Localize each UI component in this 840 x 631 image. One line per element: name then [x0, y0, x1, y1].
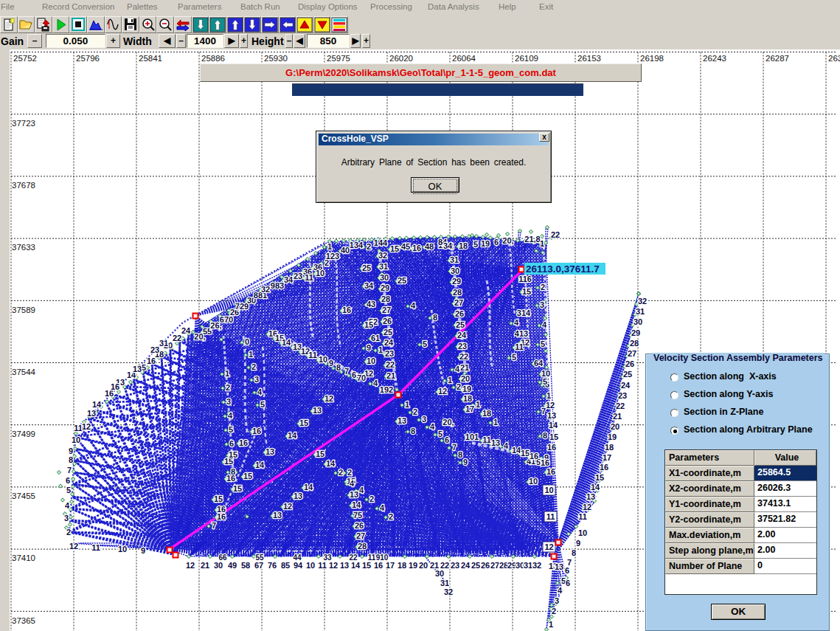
svg-text:28: 28 [453, 288, 462, 297]
svg-text:16: 16 [239, 438, 248, 447]
svg-text:2: 2 [457, 382, 461, 391]
svg-text:16: 16 [226, 474, 235, 483]
svg-text:26: 26 [455, 309, 464, 318]
svg-text:3: 3 [226, 397, 231, 406]
svg-text:23: 23 [150, 345, 159, 354]
svg-text:14: 14 [304, 483, 313, 492]
svg-text:16: 16 [412, 244, 421, 252]
svg-text:58: 58 [241, 561, 250, 570]
svg-text:15: 15 [299, 418, 308, 427]
svg-text:25886: 25886 [201, 54, 225, 63]
svg-text:14: 14 [352, 500, 361, 509]
svg-text:4: 4 [514, 318, 519, 327]
svg-text:12: 12 [544, 542, 553, 551]
svg-text:19: 19 [462, 385, 471, 393]
svg-text:32: 32 [532, 561, 541, 570]
svg-text:8: 8 [572, 548, 576, 557]
svg-text:11: 11 [308, 351, 317, 359]
svg-text:6: 6 [352, 370, 356, 379]
svg-text:3: 3 [422, 415, 426, 424]
svg-text:19: 19 [409, 561, 417, 570]
svg-text:14: 14 [282, 338, 291, 347]
svg-text:263: 263 [828, 54, 840, 63]
svg-text:64: 64 [534, 359, 544, 368]
svg-text:25: 25 [383, 328, 392, 337]
svg-text:5: 5 [229, 425, 233, 434]
svg-text:28: 28 [358, 542, 367, 551]
svg-text:23: 23 [385, 349, 394, 358]
svg-text:7: 7 [67, 466, 72, 475]
svg-text:44: 44 [293, 554, 302, 562]
svg-text:983: 983 [271, 281, 284, 290]
svg-text:12: 12 [324, 394, 333, 403]
svg-text:26: 26 [481, 561, 490, 570]
svg-text:4: 4 [504, 441, 509, 450]
svg-text:19: 19 [481, 239, 490, 248]
svg-text:94: 94 [294, 561, 303, 570]
svg-text:13: 13 [273, 511, 282, 520]
svg-text:27: 27 [454, 298, 463, 307]
svg-text:26153: 26153 [577, 54, 601, 63]
svg-text:55: 55 [255, 554, 264, 562]
svg-text:19: 19 [608, 432, 617, 441]
svg-text:2: 2 [413, 407, 417, 416]
svg-text:16: 16 [547, 443, 556, 452]
svg-text:22: 22 [459, 352, 468, 361]
svg-text:192: 192 [380, 385, 393, 394]
svg-text:37633: 37633 [12, 243, 35, 252]
svg-text:75: 75 [353, 511, 362, 520]
svg-text:31: 31 [440, 579, 449, 587]
svg-text:13: 13 [87, 409, 96, 418]
svg-text:27: 27 [382, 306, 391, 314]
svg-text:15: 15 [522, 287, 531, 296]
svg-text:27: 27 [490, 561, 499, 570]
svg-text:4: 4 [411, 301, 416, 310]
svg-text:2: 2 [552, 607, 556, 616]
svg-text:1: 1 [378, 345, 383, 354]
svg-text:61: 61 [371, 334, 380, 342]
svg-text:20,: 20, [502, 236, 513, 245]
svg-text:15: 15 [214, 494, 223, 503]
svg-text:8: 8 [336, 363, 341, 372]
svg-text:10: 10 [72, 435, 80, 444]
svg-text:23: 23 [458, 342, 467, 351]
svg-text:25: 25 [456, 320, 465, 329]
svg-text:18: 18 [482, 409, 491, 418]
svg-text:28: 28 [630, 339, 639, 348]
svg-text:49: 49 [228, 561, 237, 570]
svg-text:2: 2 [347, 468, 352, 477]
svg-text:17: 17 [465, 404, 474, 413]
svg-text:8: 8 [411, 427, 415, 435]
svg-text:26109: 26109 [515, 54, 538, 63]
svg-text:13: 13 [398, 416, 406, 425]
svg-text:26020: 26020 [389, 54, 413, 63]
svg-text:8: 8 [458, 450, 462, 459]
svg-text:14: 14 [326, 459, 336, 468]
svg-text:13: 13 [340, 561, 349, 570]
svg-text:11: 11 [91, 543, 100, 552]
svg-text:34: 34 [443, 241, 453, 250]
svg-text:31: 31 [159, 339, 168, 348]
svg-text:910: 910 [376, 554, 389, 562]
svg-text:116: 116 [518, 275, 532, 283]
svg-text:4: 4 [380, 503, 385, 512]
svg-text:14: 14 [288, 431, 297, 440]
svg-text:4: 4 [350, 479, 355, 488]
svg-text:2: 2 [251, 362, 256, 371]
svg-text:13: 13 [547, 411, 556, 420]
svg-text:15: 15 [233, 484, 242, 493]
svg-text:23: 23 [294, 272, 302, 280]
svg-text:10: 10 [306, 561, 315, 570]
svg-text:30: 30 [451, 266, 459, 275]
svg-text:18: 18 [463, 394, 472, 403]
svg-text:4: 4 [359, 486, 364, 494]
svg-text:20,: 20, [442, 418, 454, 427]
svg-text:31: 31 [524, 561, 532, 570]
svg-text:76: 76 [268, 561, 277, 570]
svg-text:8: 8 [433, 313, 437, 322]
svg-text:11: 11 [482, 435, 491, 444]
svg-text:14: 14 [591, 483, 600, 492]
svg-text:34: 34 [284, 275, 294, 284]
svg-text:3: 3 [540, 300, 544, 309]
svg-text:2: 2 [367, 242, 371, 251]
